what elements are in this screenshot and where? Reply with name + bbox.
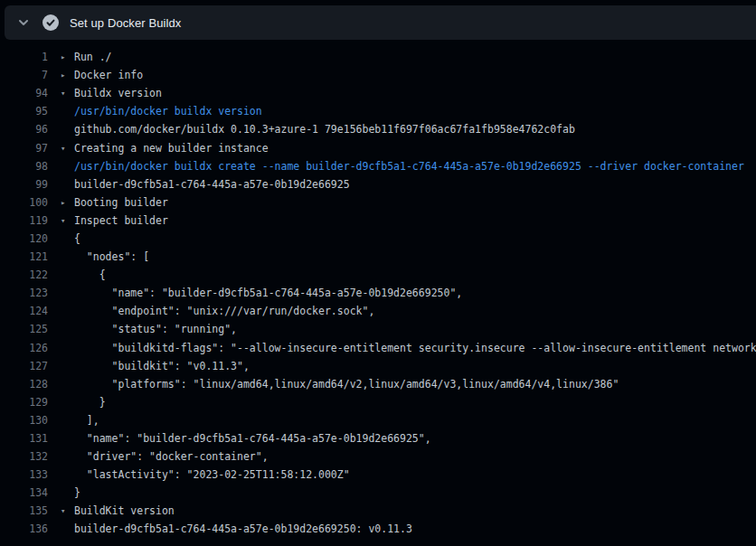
line-number[interactable]: 97 bbox=[0, 142, 48, 155]
disclosure-triangle-icon[interactable]: ▸ bbox=[61, 48, 74, 66]
log-text: builder-d9cfb5a1-c764-445a-a57e-0b19d2e6… bbox=[74, 522, 412, 535]
log-line: 96github.com/docker/buildx 0.10.3+azure-… bbox=[0, 120, 756, 138]
line-number[interactable]: 1 bbox=[0, 51, 48, 63]
log-text: "platforms": "linux/amd64,linux/amd64/v2… bbox=[74, 378, 619, 391]
log-line: 130 ], bbox=[0, 411, 756, 429]
log-text: ], bbox=[74, 414, 99, 427]
log-line: 126 "buildkitd-flags": "--allow-insecure… bbox=[0, 339, 756, 357]
log-text: } bbox=[74, 396, 106, 409]
log-text: builder-d9cfb5a1-c764-445a-a57e-0b19d2e6… bbox=[74, 178, 350, 191]
line-number[interactable]: 132 bbox=[0, 450, 48, 463]
log-group-row[interactable]: 100▸Booting builder bbox=[0, 193, 756, 212]
step-header[interactable]: Set up Docker Buildx bbox=[5, 5, 756, 40]
log-line: 131 "name": "builder-d9cfb5a1-c764-445a-… bbox=[0, 429, 756, 447]
log-group-row[interactable]: 97▾Creating a new builder instance bbox=[0, 138, 756, 156]
line-number[interactable]: 121 bbox=[0, 250, 48, 263]
line-number[interactable]: 125 bbox=[0, 323, 48, 335]
log-text: "lastActivity": "2023-02-25T11:58:12.000… bbox=[74, 468, 350, 481]
chevron-down-icon[interactable] bbox=[16, 15, 31, 30]
log-text: "name": "builder-d9cfb5a1-c764-445a-a57e… bbox=[74, 287, 462, 299]
log-line: 125 "status": "running", bbox=[0, 320, 756, 338]
log-group-row[interactable]: 119▾Inspect builder bbox=[0, 212, 756, 230]
log-group-row[interactable]: 135▾BuildKit version bbox=[0, 502, 756, 520]
log-line: 129 } bbox=[0, 393, 756, 411]
log-group-title: BuildKit version bbox=[74, 504, 175, 517]
line-number[interactable]: 7 bbox=[0, 69, 48, 81]
log-text: "endpoint": "unix:///var/run/docker.sock… bbox=[74, 305, 374, 317]
log-text: "buildkit": "v0.11.3", bbox=[74, 360, 250, 372]
log-line: 122 { bbox=[0, 266, 756, 284]
log-command-text: /usr/bin/docker buildx create --name bui… bbox=[74, 160, 744, 173]
disclosure-triangle-icon[interactable]: ▾ bbox=[61, 502, 74, 520]
line-number[interactable]: 122 bbox=[0, 268, 48, 281]
line-number[interactable]: 135 bbox=[0, 504, 48, 517]
disclosure-triangle-icon[interactable]: ▾ bbox=[61, 212, 74, 230]
line-number[interactable]: 131 bbox=[0, 432, 48, 445]
log-group-row[interactable]: 7▸Docker info bbox=[0, 66, 756, 84]
line-number[interactable]: 99 bbox=[0, 178, 48, 191]
log-line: 98/usr/bin/docker buildx create --name b… bbox=[0, 157, 756, 175]
line-number[interactable]: 95 bbox=[0, 105, 48, 118]
line-number[interactable]: 129 bbox=[0, 396, 48, 409]
log-line: 121 "nodes": [ bbox=[0, 248, 756, 266]
log-group-title: Run ./ bbox=[74, 51, 112, 63]
log-line: 128 "platforms": "linux/amd64,linux/amd6… bbox=[0, 375, 756, 393]
line-number[interactable]: 98 bbox=[0, 160, 48, 173]
log-text: github.com/docker/buildx 0.10.3+azure-1 … bbox=[74, 123, 575, 136]
log-line: 99builder-d9cfb5a1-c764-445a-a57e-0b19d2… bbox=[0, 175, 756, 193]
line-number[interactable]: 96 bbox=[0, 123, 48, 136]
line-number[interactable]: 120 bbox=[0, 232, 48, 245]
log-group-title: Inspect builder bbox=[74, 214, 168, 227]
log-line: 133 "lastActivity": "2023-02-25T11:58:12… bbox=[0, 466, 756, 484]
log-text: "status": "running", bbox=[74, 323, 237, 335]
log-line: 136builder-d9cfb5a1-c764-445a-a57e-0b19d… bbox=[0, 520, 756, 538]
line-number[interactable]: 127 bbox=[0, 360, 48, 372]
log-line: 123 "name": "builder-d9cfb5a1-c764-445a-… bbox=[0, 284, 756, 302]
log-text: "driver": "docker-container", bbox=[74, 450, 269, 463]
disclosure-triangle-icon[interactable]: ▸ bbox=[61, 66, 74, 84]
log-line: 120{ bbox=[0, 230, 756, 248]
log-line: 127 "buildkit": "v0.11.3", bbox=[0, 357, 756, 375]
log-text: "name": "builder-d9cfb5a1-c764-445a-a57e… bbox=[74, 432, 431, 445]
line-number[interactable]: 133 bbox=[0, 468, 48, 481]
line-number[interactable]: 100 bbox=[0, 196, 48, 209]
disclosure-triangle-icon[interactable]: ▾ bbox=[61, 139, 74, 157]
log-output: 1▸Run ./7▸Docker info94▾Buildx version95… bbox=[0, 40, 756, 539]
log-group-title: Buildx version bbox=[74, 87, 162, 99]
log-group-title: Creating a new builder instance bbox=[74, 142, 269, 155]
log-line: 95/usr/bin/docker buildx version bbox=[0, 102, 756, 120]
line-number[interactable]: 126 bbox=[0, 342, 48, 354]
disclosure-triangle-icon[interactable]: ▸ bbox=[61, 193, 74, 212]
log-group-title: Docker info bbox=[74, 69, 143, 81]
log-group-row[interactable]: 94▾Buildx version bbox=[0, 84, 756, 102]
log-text: { bbox=[74, 232, 80, 245]
disclosure-triangle-icon[interactable]: ▾ bbox=[61, 84, 74, 102]
line-number[interactable]: 134 bbox=[0, 486, 48, 499]
log-group-title: Booting builder bbox=[74, 196, 168, 209]
line-number[interactable]: 94 bbox=[0, 87, 48, 99]
line-number[interactable]: 136 bbox=[0, 522, 48, 535]
line-number[interactable]: 128 bbox=[0, 378, 48, 391]
log-text: "buildkitd-flags": "--allow-insecure-ent… bbox=[74, 342, 756, 354]
log-line: 132 "driver": "docker-container", bbox=[0, 447, 756, 466]
line-number[interactable]: 130 bbox=[0, 414, 48, 427]
check-circle-icon bbox=[43, 14, 59, 31]
log-group-row[interactable]: 1▸Run ./ bbox=[0, 48, 756, 66]
log-text: } bbox=[74, 486, 80, 499]
log-line: 134} bbox=[0, 484, 756, 502]
line-number[interactable]: 123 bbox=[0, 287, 48, 299]
step-title: Set up Docker Buildx bbox=[70, 16, 181, 30]
log-line: 124 "endpoint": "unix:///var/run/docker.… bbox=[0, 302, 756, 320]
log-command-text: /usr/bin/docker buildx version bbox=[74, 105, 262, 118]
log-text: "nodes": [ bbox=[74, 250, 149, 263]
line-number[interactable]: 119 bbox=[0, 214, 48, 227]
log-text: { bbox=[74, 268, 106, 281]
line-number[interactable]: 124 bbox=[0, 305, 48, 317]
